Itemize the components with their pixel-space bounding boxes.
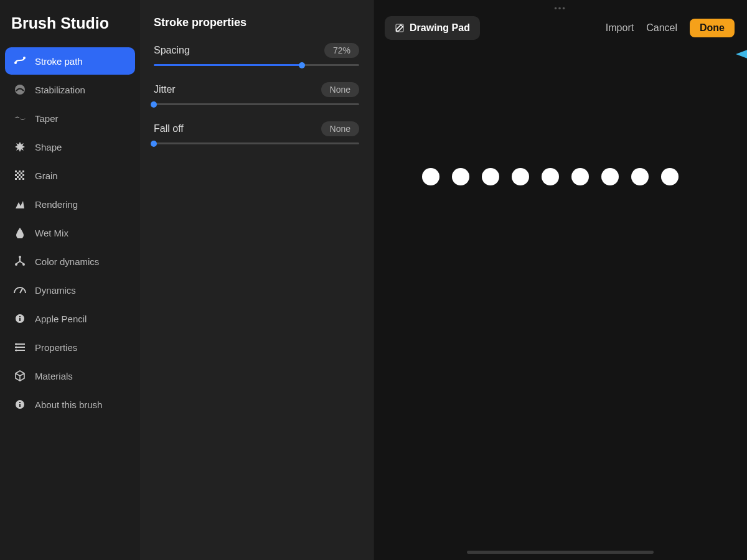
sidebar-item-shape[interactable]: Shape <box>5 133 135 161</box>
top-bar: Drawing Pad Import Cancel Done <box>374 0 747 40</box>
preview-dot <box>512 168 529 185</box>
sidebar-item-taper[interactable]: Taper <box>5 105 135 132</box>
jitter-value[interactable]: None <box>321 82 359 97</box>
sidebar-item-materials[interactable]: Materials <box>5 362 135 390</box>
sidebar-item-label: Wet Mix <box>35 228 68 238</box>
sidebar-item-label: Stroke path <box>35 56 83 67</box>
svg-point-25 <box>16 347 17 348</box>
preview-dot <box>571 168 589 185</box>
sidebar-item-grain[interactable]: Grain <box>5 162 135 189</box>
svg-line-17 <box>20 289 22 293</box>
sidebar-item-label: Rendering <box>35 199 78 210</box>
preview-dot <box>601 168 619 185</box>
svg-rect-12 <box>19 178 21 180</box>
preview-dot <box>631 168 649 185</box>
sidebar-item-stabilization[interactable]: Stabilization <box>5 76 135 103</box>
wet-mix-icon <box>14 226 26 239</box>
sidebar: Brush Studio Stroke path Stabilization T… <box>0 0 140 560</box>
sidebar-item-about[interactable]: About this brush <box>5 391 135 418</box>
falloff-property: Fall off None <box>154 121 359 144</box>
properties-panel: Stroke properties Spacing 72% Jitter Non… <box>140 0 374 560</box>
svg-rect-9 <box>17 176 19 178</box>
app-root: Brush Studio Stroke path Stabilization T… <box>0 0 747 560</box>
sidebar-item-properties[interactable]: Properties <box>5 334 135 361</box>
sidebar-item-apple-pencil[interactable]: Apple Pencil <box>5 305 135 332</box>
import-button[interactable]: Import <box>606 22 634 34</box>
info-icon <box>14 398 26 411</box>
home-indicator <box>467 551 654 554</box>
done-button[interactable]: Done <box>690 19 735 37</box>
svg-rect-29 <box>19 402 21 403</box>
svg-marker-32 <box>736 47 747 62</box>
svg-rect-28 <box>19 404 21 407</box>
spacing-value[interactable]: 72% <box>324 43 359 58</box>
svg-rect-10 <box>21 176 22 178</box>
svg-rect-8 <box>22 174 24 176</box>
falloff-slider[interactable] <box>154 142 359 144</box>
svg-rect-19 <box>19 316 21 317</box>
falloff-label: Fall off <box>154 123 184 134</box>
shape-icon <box>14 141 26 153</box>
sidebar-item-stroke-path[interactable]: Stroke path <box>5 47 135 75</box>
grain-icon <box>14 169 26 182</box>
preview-dot <box>422 168 439 185</box>
edit-icon <box>395 23 405 33</box>
svg-rect-2 <box>19 170 21 172</box>
sidebar-item-label: Shape <box>35 142 62 152</box>
top-actions: Import Cancel Done <box>606 19 735 37</box>
apple-pencil-icon <box>14 312 26 325</box>
cancel-button[interactable]: Cancel <box>646 22 677 34</box>
properties-icon <box>14 341 26 353</box>
sidebar-item-label: Properties <box>35 342 77 353</box>
svg-point-15 <box>15 263 17 266</box>
svg-rect-11 <box>15 178 17 180</box>
taper-icon <box>14 112 26 124</box>
materials-icon <box>14 370 26 382</box>
annotation-arrow-icon <box>736 45 747 63</box>
sidebar-item-wet-mix[interactable]: Wet Mix <box>5 219 135 246</box>
svg-rect-20 <box>19 318 21 321</box>
sidebar-item-label: Materials <box>35 371 73 381</box>
spacing-property: Spacing 72% <box>154 43 359 66</box>
svg-rect-13 <box>22 178 24 180</box>
sidebar-item-label: Apple Pencil <box>35 314 87 324</box>
svg-rect-3 <box>22 170 24 172</box>
drawing-pad-label: Drawing Pad <box>410 22 470 34</box>
sidebar-item-label: Taper <box>35 113 59 124</box>
jitter-label: Jitter <box>154 84 176 95</box>
svg-point-24 <box>16 343 17 345</box>
spacing-label: Spacing <box>154 45 190 56</box>
spacing-slider[interactable] <box>154 64 359 66</box>
preview-dot <box>452 168 469 185</box>
preview-dot <box>661 168 679 185</box>
sidebar-item-color-dynamics[interactable]: Color dynamics <box>5 248 135 275</box>
app-title: Brush Studio <box>5 9 135 47</box>
sidebar-item-label: Grain <box>35 170 58 181</box>
sidebar-item-dynamics[interactable]: Dynamics <box>5 276 135 304</box>
svg-rect-4 <box>17 172 19 174</box>
sidebar-item-rendering[interactable]: Rendering <box>5 190 135 218</box>
panel-title: Stroke properties <box>154 16 359 29</box>
jitter-property: Jitter None <box>154 82 359 105</box>
rendering-icon <box>14 198 26 210</box>
svg-rect-7 <box>19 174 21 176</box>
falloff-value[interactable]: None <box>321 121 359 136</box>
sidebar-items: Stroke path Stabilization Taper Shape <box>5 47 135 418</box>
svg-rect-6 <box>15 174 17 176</box>
sidebar-item-label: Color dynamics <box>35 256 99 267</box>
preview-dot <box>482 168 499 185</box>
color-dynamics-icon <box>14 255 26 268</box>
stabilization-icon <box>14 83 26 96</box>
svg-point-14 <box>19 256 21 258</box>
jitter-slider[interactable] <box>154 103 359 105</box>
sidebar-item-label: Stabilization <box>35 85 85 95</box>
stroke-path-icon <box>14 55 26 67</box>
canvas-area: ••• Drawing Pad Import Cancel Done <box>374 0 747 560</box>
svg-rect-5 <box>21 172 22 174</box>
drawing-pad-button[interactable]: Drawing Pad <box>385 16 480 40</box>
svg-rect-1 <box>15 170 17 172</box>
sidebar-item-label: About this brush <box>35 399 102 410</box>
sidebar-item-label: Dynamics <box>35 285 76 296</box>
svg-point-16 <box>22 263 25 266</box>
svg-point-26 <box>16 350 17 352</box>
